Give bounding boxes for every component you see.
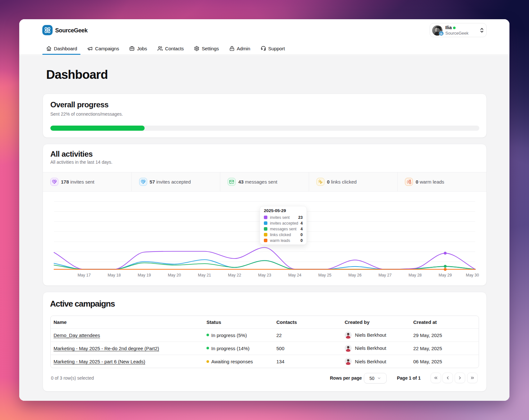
- svg-text:May 23: May 23: [258, 273, 271, 277]
- svg-text:May 22: May 22: [228, 273, 241, 277]
- svg-text:May 19: May 19: [138, 273, 151, 277]
- svg-text:May 20: May 20: [168, 273, 181, 277]
- svg-text:May 30: May 30: [466, 273, 479, 277]
- svg-text:May 29: May 29: [439, 273, 452, 277]
- svg-text:May 21: May 21: [198, 273, 211, 277]
- svg-text:May 26: May 26: [348, 273, 362, 277]
- svg-text:May 25: May 25: [318, 273, 332, 277]
- svg-text:May 27: May 27: [378, 273, 391, 277]
- svg-text:May 17: May 17: [78, 273, 91, 277]
- svg-text:May 28: May 28: [408, 273, 422, 277]
- svg-text:May 18: May 18: [108, 273, 121, 277]
- svg-text:May 24: May 24: [288, 273, 301, 277]
